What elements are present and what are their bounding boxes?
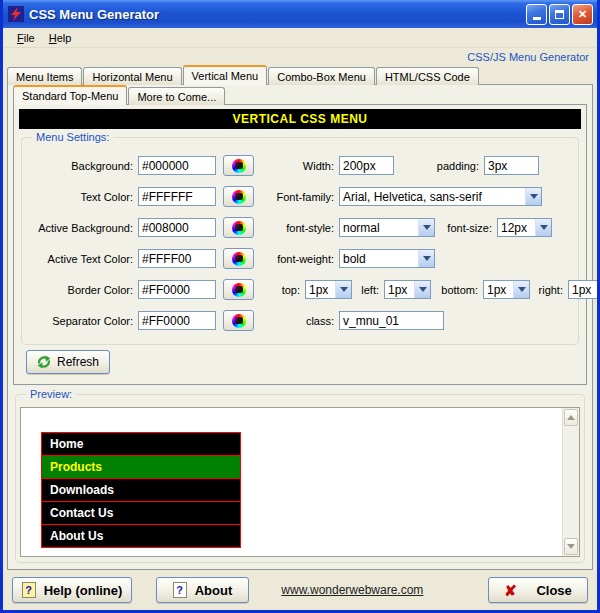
menu-item-products[interactable]: Products [41,455,241,479]
footer-bar: ? Help (online) ? About www.wonderwebwar… [3,570,597,610]
chevron-down-icon [414,281,430,298]
preview-scrollbar[interactable] [562,408,579,556]
padding-input[interactable] [484,156,539,175]
border-color-input[interactable] [138,280,216,299]
background-color-input[interactable] [138,156,216,175]
menubar-item-file[interactable]: File [10,30,42,46]
active-text-color-input[interactable] [138,249,216,268]
border-bottom-label: bottom: [431,284,483,296]
close-button[interactable]: ✘ Close [488,577,588,603]
font-size-select[interactable]: 12px [497,218,552,237]
close-window-icon: ✕ [578,8,587,21]
chevron-down-icon [535,219,551,236]
border-left-select[interactable]: 1px [384,280,431,299]
titlebar: CSS Menu Generator ✕ [3,0,597,28]
font-weight-select[interactable]: bold [339,249,435,268]
color-wheel-icon [232,314,246,328]
about-button-label: About [195,583,233,598]
font-style-select[interactable]: normal [339,218,435,237]
font-family-value: Arial, Helvetica, sans-serif [340,190,525,204]
about-icon: ? [173,582,187,598]
menu-item-home[interactable]: Home [41,432,241,456]
vertical-menu-panel: Standard Top-Menu More to Come... VERTIC… [7,84,593,570]
border-top-label: top: [271,284,305,296]
text-color-input[interactable] [138,187,216,206]
menu-item-contact-us[interactable]: Contact Us [41,501,241,525]
sub-tabs: Standard Top-Menu More to Come... [8,85,592,105]
menubar-item-help[interactable]: Help [42,30,79,46]
scroll-up-button[interactable] [564,409,578,426]
tab-horizontal-menu[interactable]: Horizontal Menu [83,67,181,85]
about-button[interactable]: ? About [156,577,249,603]
preview-canvas: Home Products Downloads Contact Us About… [21,408,562,556]
font-weight-value: bold [340,252,418,266]
tab-html-css-code[interactable]: HTML/CSS Code [376,67,479,85]
standard-top-menu-panel: VERTICAL CSS MENU Menu Settings: Backgro… [13,104,587,385]
menu-item-downloads[interactable]: Downloads [41,478,241,502]
text-color-picker-button[interactable] [223,186,254,207]
active-background-input[interactable] [138,218,216,237]
arrow-up-icon [567,415,575,420]
background-color-picker-button[interactable] [223,155,254,176]
border-left-label: left: [352,284,384,296]
separator-color-input[interactable] [138,311,216,330]
help-online-button[interactable]: ? Help (online) [12,577,132,603]
background-color-row: Background: [26,150,271,181]
website-link[interactable]: www.wonderwebware.com [281,583,423,597]
active-text-color-picker-button[interactable] [223,248,254,269]
active-text-color-label: Active Text Color: [26,253,138,265]
font-size-value: 12px [498,221,535,235]
maximize-button[interactable] [549,4,570,25]
text-color-label: Text Color: [26,191,138,203]
width-input[interactable] [339,156,394,175]
border-top-value: 1px [306,283,335,297]
border-color-picker-button[interactable] [223,279,254,300]
preview-area: Home Products Downloads Contact Us About… [20,407,580,557]
active-background-picker-button[interactable] [223,217,254,238]
preview-group: Preview: Home Products Downloads Contact… [15,394,585,563]
text-color-row: Text Color: [26,181,271,212]
refresh-button[interactable]: Refresh [26,350,110,374]
font-weight-label: font-weight: [271,253,339,265]
menu-item-about-us[interactable]: About Us [41,524,241,548]
border-right-select[interactable]: 1px [568,280,600,299]
chevron-down-icon [418,250,434,267]
subtab-standard-top-menu[interactable]: Standard Top-Menu [13,85,127,105]
close-x-icon: ✘ [504,583,517,598]
scroll-down-button[interactable] [564,538,578,555]
tab-combo-box-menu[interactable]: Combo-Box Menu [268,67,375,85]
font-family-select[interactable]: Arial, Helvetica, sans-serif [339,187,542,206]
tab-menu-items[interactable]: Menu Items [7,67,82,85]
font-style-value: normal [340,221,418,235]
color-wheel-icon [232,252,246,266]
preview-menu: Home Products Downloads Contact Us About… [41,432,241,548]
color-wheel-icon [232,159,246,173]
font-weight-row: font-weight: bold [271,243,600,274]
arrow-down-icon [567,544,575,549]
refresh-button-label: Refresh [57,355,99,369]
maximize-icon [555,10,564,19]
chevron-down-icon [525,188,541,205]
border-bottom-select[interactable]: 1px [483,280,530,299]
color-wheel-icon [232,190,246,204]
tab-vertical-menu[interactable]: Vertical Menu [183,65,268,85]
menubar: File Help [3,28,597,48]
main-tabs: Menu Items Horizontal Menu Vertical Menu… [3,65,597,85]
refresh-icon [37,355,51,369]
minimize-button[interactable] [526,4,547,25]
border-color-label: Border Color: [26,284,138,296]
app-icon [8,6,24,22]
class-input[interactable] [339,311,444,330]
subtab-more-to-come[interactable]: More to Come... [128,87,225,105]
close-window-button[interactable]: ✕ [572,4,593,25]
separator-color-picker-button[interactable] [223,310,254,331]
border-widths-row: top: 1px left: 1px bottom: [271,274,600,305]
active-background-label: Active Background: [26,222,138,234]
active-background-row: Active Background: [26,212,271,243]
width-padding-row: Width: padding: [271,150,600,181]
font-size-label: font-size: [435,222,497,234]
chevron-down-icon [513,281,529,298]
border-top-select[interactable]: 1px [305,280,352,299]
font-family-label: Font-family: [271,191,339,203]
chevron-down-icon [418,219,434,236]
